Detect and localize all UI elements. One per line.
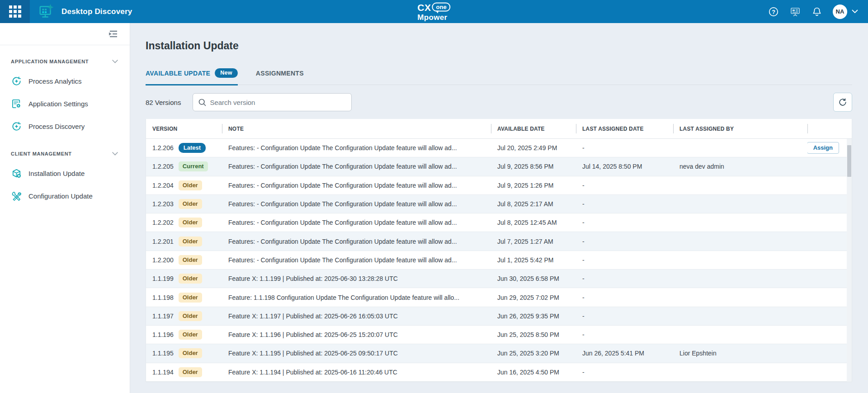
- sidebar-item-process-discovery[interactable]: Process Discovery: [0, 115, 130, 137]
- last-assigned-date: -: [576, 294, 673, 301]
- section-application-management[interactable]: APPLICATION MANAGEMENT: [0, 59, 130, 64]
- table-row[interactable]: 1.2.201OlderFeatures: - Configuration Up…: [146, 232, 852, 251]
- status-badge: Older: [179, 293, 202, 303]
- scrollbar-thumb[interactable]: [847, 145, 851, 177]
- note-text: Feature X: 1.1.199 | Published at: 2025-…: [222, 275, 491, 282]
- section-client-management[interactable]: CLIENT MANAGEMENT: [0, 151, 130, 156]
- last-assigned-date: -: [576, 144, 673, 152]
- table-row[interactable]: 1.1.198OlderFeature: 1.1.198 Configurati…: [146, 288, 852, 307]
- table-row[interactable]: 1.2.206LatestFeatures: - Configuration U…: [146, 139, 852, 157]
- note-text: Features: - Configuration Update The Con…: [222, 163, 491, 170]
- sidebar-collapse-icon[interactable]: [108, 30, 118, 38]
- version-number: 1.2.201: [152, 238, 174, 245]
- last-assigned-date: Jun 26, 2025 5:41 PM: [576, 350, 673, 357]
- table-row[interactable]: 1.2.200OlderFeatures: - Configuration Up…: [146, 251, 852, 270]
- table-row[interactable]: 1.2.202OlderFeatures: - Configuration Up…: [146, 213, 852, 232]
- search-input[interactable]: [210, 99, 346, 106]
- app-grid-icon: [9, 5, 21, 18]
- table-row[interactable]: 1.1.197OlderFeature X: 1.1.197 | Publish…: [146, 307, 852, 326]
- table-scrollbar[interactable]: [847, 139, 852, 382]
- last-assigned-date: -: [576, 182, 673, 189]
- sidebar-item-application-settings[interactable]: Application Settings: [0, 92, 130, 115]
- column-header-version: VERSION: [146, 119, 222, 138]
- table-row[interactable]: 1.2.203OlderFeatures: - Configuration Up…: [146, 195, 852, 213]
- top-navigation-bar: Desktop Discovery CX one Mpower ?: [0, 0, 868, 23]
- presentation-icon[interactable]: [789, 6, 801, 18]
- configuration-update-icon: [11, 190, 22, 201]
- last-assigned-by: neva dev admin: [673, 163, 807, 170]
- sidebar-item-label: Application Settings: [28, 100, 88, 108]
- page-title: Installation Update: [146, 40, 852, 52]
- chevron-down-icon: [112, 60, 118, 63]
- note-text: Feature X: 1.1.196 | Published at: 2025-…: [222, 331, 491, 338]
- application-settings-icon: [11, 98, 22, 109]
- refresh-button[interactable]: [833, 93, 852, 112]
- new-badge: New: [215, 68, 238, 78]
- row-actions: Assign: [807, 142, 846, 154]
- refresh-icon: [838, 98, 847, 107]
- svg-text:?: ?: [772, 9, 775, 15]
- note-text: Features: - Configuration Update The Con…: [222, 238, 491, 245]
- version-number: 1.1.198: [152, 294, 174, 301]
- version-number: 1.2.205: [152, 163, 174, 170]
- version-number: 1.1.194: [152, 369, 174, 376]
- versions-count: 82 Versions: [146, 99, 181, 106]
- table-row[interactable]: 1.2.204OlderFeatures: - Configuration Up…: [146, 176, 852, 195]
- version-number: 1.2.204: [152, 182, 174, 189]
- user-avatar[interactable]: NA: [833, 5, 847, 19]
- search-icon: [198, 99, 206, 106]
- tab-bar: AVAILABLE UPDATE New ASSIGNMENTS: [146, 68, 852, 85]
- note-text: Feature X: 1.1.195 | Published at: 2025-…: [222, 350, 491, 357]
- note-text: Features: - Configuration Update The Con…: [222, 200, 491, 208]
- available-date: Jul 20, 2025 2:49 PM: [491, 144, 576, 152]
- last-assigned-date: -: [576, 256, 673, 264]
- table-row[interactable]: 1.1.194OlderFeature X: 1.1.194 | Publish…: [146, 363, 852, 382]
- version-number: 1.1.197: [152, 313, 174, 320]
- column-header-note: NOTE: [222, 119, 491, 138]
- available-date: Jul 9, 2025 8:56 PM: [491, 163, 576, 170]
- status-badge: Older: [179, 255, 202, 265]
- tab-assignments[interactable]: ASSIGNMENTS: [256, 70, 304, 83]
- sidebar-item-process-analytics[interactable]: Process Analytics: [0, 70, 130, 92]
- sidebar-item-installation-update[interactable]: Installation Update: [0, 162, 130, 185]
- search-version-box[interactable]: [193, 93, 352, 111]
- app-launcher-button[interactable]: [0, 0, 30, 23]
- installation-update-icon: [11, 168, 22, 179]
- user-menu-chevron-icon[interactable]: [852, 9, 858, 14]
- status-badge: Older: [179, 367, 202, 377]
- process-analytics-icon: [11, 76, 22, 86]
- sidebar-item-label: Configuration Update: [28, 192, 93, 200]
- version-number: 1.2.206: [152, 144, 174, 152]
- assign-button[interactable]: Assign: [807, 142, 839, 154]
- available-date: Jul 8, 2025 12:45 AM: [491, 219, 576, 226]
- column-header-actions: [807, 119, 846, 138]
- help-icon[interactable]: ?: [768, 6, 779, 18]
- status-badge: Older: [179, 180, 202, 190]
- note-text: Features: - Configuration Update The Con…: [222, 144, 491, 152]
- sidebar-item-label: Process Discovery: [28, 123, 85, 130]
- last-assigned-by: Lior Epshtein: [673, 350, 807, 357]
- version-number: 1.1.199: [152, 275, 174, 282]
- sidebar-item-configuration-update[interactable]: Configuration Update: [0, 185, 130, 207]
- table-row[interactable]: 1.1.199OlderFeature X: 1.1.199 | Publish…: [146, 270, 852, 288]
- notifications-bell-icon[interactable]: [811, 6, 823, 18]
- available-date: Jun 25, 2025 8:50 PM: [491, 331, 576, 338]
- table-row[interactable]: 1.1.196OlderFeature X: 1.1.196 | Publish…: [146, 326, 852, 344]
- status-badge: Older: [179, 218, 202, 227]
- sidebar-item-label: Installation Update: [28, 170, 85, 177]
- table-row[interactable]: 1.1.195OlderFeature X: 1.1.195 | Publish…: [146, 344, 852, 363]
- version-number: 1.1.196: [152, 331, 174, 338]
- last-assigned-date: -: [576, 200, 673, 208]
- available-date: Jun 26, 2025 9:35 PM: [491, 313, 576, 320]
- column-header-available-date: AVAILABLE DATE: [491, 119, 576, 138]
- available-date: Jul 9, 2025 1:26 PM: [491, 182, 576, 189]
- version-number: 1.2.202: [152, 219, 174, 226]
- table-row[interactable]: 1.2.205CurrentFeatures: - Configuration …: [146, 157, 852, 176]
- available-date: Jul 7, 2025 1:27 AM: [491, 238, 576, 245]
- last-assigned-date: -: [576, 275, 673, 282]
- tab-available-update[interactable]: AVAILABLE UPDATE New: [146, 68, 238, 85]
- status-badge: Older: [179, 348, 202, 358]
- table-header-row: VERSION NOTE AVAILABLE DATE LAST ASSIGNE…: [146, 119, 852, 139]
- available-date: Jun 30, 2025 6:58 PM: [491, 275, 576, 282]
- status-badge: Latest: [179, 143, 206, 153]
